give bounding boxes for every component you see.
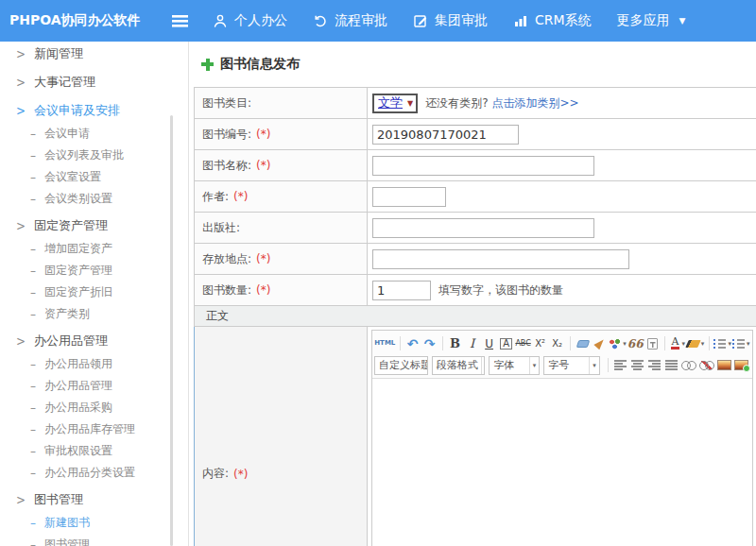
sidebar-item-0[interactable]: >新闻管理 [0,42,188,66]
sidebar-item-label: 资产类别 [44,306,90,322]
form-value-cell [368,150,756,180]
eraser-icon [576,340,590,348]
link-button[interactable] [681,356,697,374]
align-left-icon [614,360,627,370]
eraser-button[interactable] [576,334,591,352]
sidebar-item-1[interactable]: >大事记管理 [0,70,188,94]
format-brush-button[interactable] [593,334,608,352]
insert-image-multi-button[interactable] [734,356,749,374]
dash-icon: – [30,193,36,206]
redo-button[interactable]: ↷ [422,334,438,352]
form-row-5: 存放地点:(*) [194,244,756,275]
paste-as-text-icon [647,338,658,350]
form-input-1[interactable] [372,125,519,145]
topmenu-item-1[interactable]: 流程审批 [313,12,387,29]
sidebar-item-label: 会议申请及安排 [34,102,120,119]
form-input-3[interactable] [372,187,446,207]
source-code-button[interactable]: HTML [375,334,395,352]
color-palette-button[interactable]: ▾ [610,334,627,352]
sidebar-item-20[interactable]: –新建图书 [0,512,188,534]
form-label-cell: 存放地点:(*) [195,244,368,274]
sidebar-item-14[interactable]: –办公用品管理 [0,375,188,397]
subscript-button[interactable]: X₂ [550,334,565,352]
sidebar-item-label: 固定资产折旧 [44,284,112,300]
ordered-list-icon [713,338,726,349]
bold-button[interactable]: B [448,334,463,352]
insert-image-icon [717,360,731,370]
underline-button[interactable]: U [482,334,497,352]
editor-content-area[interactable] [372,379,752,546]
sidebar-item-label: 办公用品管理 [44,378,112,394]
form-input-5[interactable] [372,249,629,269]
ordered-list-button[interactable]: ▾ [714,334,731,352]
align-justify-button[interactable] [664,356,679,374]
topmenu-item-4[interactable]: 更多应用▼ [617,12,686,29]
auto-typeset-button[interactable]: A [499,334,514,352]
sidebar-item-21[interactable]: –图书管理 [0,534,188,546]
sidebar-item-12[interactable]: >办公用品管理 [0,329,188,353]
color-palette-icon [609,338,621,350]
sidebar-item-label: 办公用品分类设置 [44,465,135,481]
superscript-button[interactable]: X² [533,334,548,352]
blockquote-button[interactable]: 66 [627,334,643,352]
dropdown-caret-icon: ▾ [728,340,731,348]
topmenu-item-3[interactable]: CRM系统 [513,12,592,29]
chevron-right-icon: > [16,492,26,507]
align-center-icon [631,360,644,370]
undo-button[interactable]: ↶ [405,334,421,352]
toolbar-select-3[interactable]: 字号▾ [543,356,600,375]
sidebar-item-9[interactable]: –固定资产管理 [0,260,188,282]
form-label: 出版社: [202,220,240,236]
paste-as-text-button[interactable] [644,334,660,352]
dash-icon: – [30,401,36,415]
align-center-button[interactable] [630,356,645,374]
sidebar-item-16[interactable]: –办公用品库存管理 [0,418,188,440]
required-marker: (*) [256,159,270,172]
sidebar-item-17[interactable]: –审批权限设置 [0,440,188,462]
form-input-2[interactable] [372,156,594,176]
align-right-button[interactable] [647,356,662,374]
unordered-list-button[interactable]: ▾ [732,334,749,352]
required-marker: (*) [256,128,270,141]
form-input-6[interactable] [372,281,431,300]
sidebar-item-2[interactable]: >会议申请及安排 [0,98,188,123]
sidebar-item-18[interactable]: –办公用品分类设置 [0,462,188,484]
sidebar-item-4[interactable]: –会议列表及审批 [0,145,188,166]
sidebar-item-6[interactable]: –会议类别设置 [0,188,188,210]
sidebar-item-5[interactable]: –会议室设置 [0,166,188,188]
form-value-cell [368,213,756,243]
blockquote-icon: 66 [627,338,644,350]
sidebar-item-3[interactable]: –会议申请 [0,123,188,145]
align-left-button[interactable] [613,356,628,374]
no-category-hint: 还没有类别? [425,95,488,111]
auto-typeset-icon: A [500,338,512,350]
toolbar-select-0[interactable]: 自定义标题▾ [374,356,428,375]
insert-image-button[interactable] [717,356,732,374]
chart-icon [513,13,528,28]
sidebar-item-10[interactable]: –固定资产折旧 [0,282,188,303]
italic-button[interactable]: I [465,334,480,352]
sidebar-item-15[interactable]: –办公用品采购 [0,397,188,418]
highlight-pen-button[interactable]: ▾ [687,334,704,352]
sidebar-item-label: 固定资产管理 [44,263,112,279]
topmenu-item-2[interactable]: 集团审批 [413,12,488,29]
toolbar-select-1[interactable]: 段落格式▾ [432,356,486,375]
dash-icon: – [30,380,36,393]
person-icon [213,13,228,28]
sidebar-item-13[interactable]: –办公用品领用 [0,353,188,375]
add-category-link[interactable]: 点击添加类别>> [492,95,579,111]
topmenu-item-0[interactable]: 个人办公 [213,12,287,29]
sidebar-item-19[interactable]: >图书管理 [0,487,188,512]
form-input-4[interactable] [372,218,594,238]
hamburger-menu-icon[interactable] [172,15,188,27]
unlink-button[interactable] [699,356,715,374]
font-color-button[interactable]: A▾ [670,334,685,352]
sidebar-item-11[interactable]: –资产类别 [0,303,188,325]
sidebar-scrollbar[interactable] [170,115,173,546]
strikethrough-button[interactable]: ABC [516,334,531,352]
book-category-select[interactable]: 文学▼ [372,94,418,113]
sidebar-item-8[interactable]: –增加固定资产 [0,238,188,260]
form-value-cell: 文学▼还没有类别?点击添加类别>> [368,88,756,118]
toolbar-select-2[interactable]: 字体▾ [489,356,540,375]
sidebar-item-7[interactable]: >固定资产管理 [0,213,188,238]
